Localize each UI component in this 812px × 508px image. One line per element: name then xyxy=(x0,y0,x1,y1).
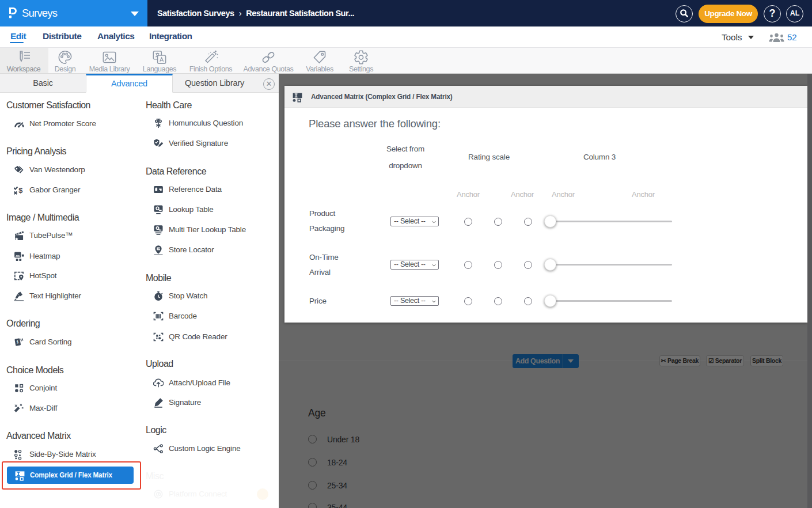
svg-text:$: $ xyxy=(18,186,22,195)
